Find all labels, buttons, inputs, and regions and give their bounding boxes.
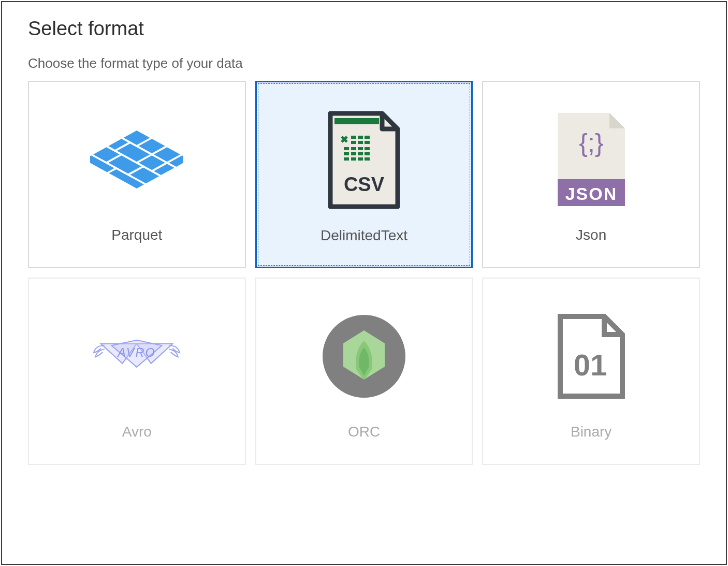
page-subtitle: Choose the format type of your data (28, 55, 700, 71)
svg-rect-29 (351, 157, 356, 161)
format-label: DelimitedText (321, 227, 407, 244)
svg-rect-26 (358, 152, 363, 155)
svg-rect-23 (365, 147, 370, 150)
format-card-json[interactable]: {;} JSON Json (482, 81, 700, 268)
svg-rect-24 (344, 152, 349, 155)
format-card-binary[interactable]: 01 Binary (482, 278, 700, 465)
format-label: Binary (571, 424, 611, 440)
svg-rect-27 (365, 152, 370, 155)
svg-rect-20 (344, 147, 349, 150)
avro-icon: AVRO (90, 310, 183, 403)
format-label: Json (576, 227, 606, 243)
format-label: ORC (348, 424, 380, 440)
svg-rect-16 (365, 136, 370, 139)
svg-rect-17 (351, 141, 356, 144)
format-card-delimitedtext[interactable]: CSV DelimitedText (255, 81, 473, 268)
svg-rect-19 (365, 141, 370, 144)
svg-rect-13 (334, 118, 379, 124)
svg-text:{;}: {;} (579, 128, 603, 157)
svg-text:AVRO: AVRO (117, 346, 156, 359)
json-file-icon: {;} JSON (545, 113, 638, 206)
svg-rect-21 (351, 147, 356, 150)
page-title: Select format (28, 18, 700, 40)
format-card-parquet[interactable]: Parquet (28, 81, 246, 268)
svg-rect-25 (351, 152, 356, 155)
svg-rect-28 (344, 157, 349, 161)
format-card-avro[interactable]: AVRO Avro (28, 278, 246, 465)
svg-text:JSON: JSON (565, 184, 617, 204)
svg-rect-18 (358, 141, 363, 144)
svg-rect-14 (351, 136, 356, 139)
format-label: Parquet (111, 227, 162, 243)
format-grid: Parquet CSV (28, 81, 700, 465)
format-card-orc[interactable]: ORC (255, 278, 473, 465)
orc-icon (317, 310, 411, 403)
svg-rect-31 (365, 157, 370, 161)
parquet-icon (90, 113, 183, 206)
csv-file-icon: CSV (317, 113, 411, 207)
format-label: Avro (122, 424, 152, 440)
binary-file-icon: 01 (545, 310, 638, 403)
svg-rect-30 (358, 157, 363, 161)
svg-rect-15 (358, 136, 363, 139)
svg-text:CSV: CSV (344, 173, 385, 195)
svg-text:01: 01 (573, 348, 607, 382)
select-format-panel: Select format Choose the format type of … (1, 1, 727, 565)
svg-rect-22 (358, 147, 363, 150)
